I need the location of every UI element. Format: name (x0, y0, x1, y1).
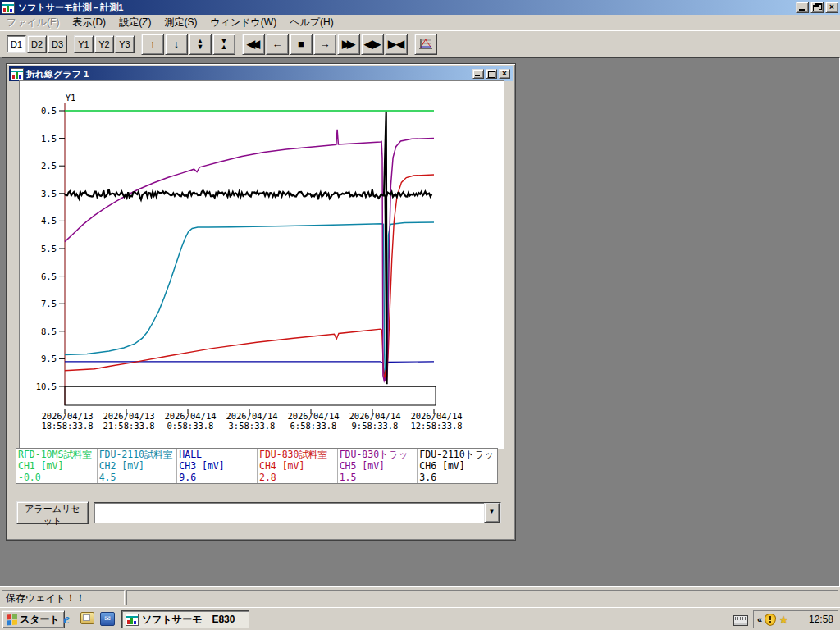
down-arrow-icon: ↓ (174, 38, 180, 50)
d3-button[interactable]: D3 (48, 35, 67, 53)
up-arrow-icon: ↑ (150, 38, 156, 50)
svg-text:21:58:33.8: 21:58:33.8 (103, 421, 154, 431)
channel-legend: RFD-10MS試料室 CH1 [mV] -0.0 FDU-2110試料室 CH… (16, 448, 498, 484)
step-right-button[interactable]: → (313, 34, 336, 55)
menu-settings[interactable]: 設定(Z) (112, 15, 158, 30)
svg-text:5.5: 5.5 (41, 244, 57, 253)
channel-value: 2.8 (259, 472, 336, 483)
svg-text:0.5: 0.5 (41, 106, 57, 116)
expand-horizontal-button[interactable]: ◀▶ (361, 34, 384, 55)
graph-maximize-button[interactable] (486, 69, 497, 79)
legend-cell-ch1: RFD-10MS試料室 CH1 [mV] -0.0 (16, 449, 97, 483)
shrink-horizontal-button[interactable]: ▶◀ (385, 34, 408, 55)
window-title: ソフトサーモ計測－計測1 (18, 2, 123, 14)
svg-text:18:58:33.8: 18:58:33.8 (41, 421, 93, 431)
legend-cell-ch3: HALL CH3 [mV] 9.6 (176, 449, 257, 483)
graph-window-icon (11, 68, 24, 80)
toolbar: D1 D2 D3 Y1 Y2 Y3 ↑ ↓ ▲▼ ▼▲ ◀◀ ← ■ → ▶▶ … (0, 30, 840, 57)
graph-close-button[interactable]: × (499, 69, 510, 79)
minimize-button[interactable] (796, 2, 809, 13)
security-shield-icon[interactable] (765, 614, 776, 626)
svg-text:3:58:33.8: 3:58:33.8 (229, 421, 276, 431)
graph-settings-button[interactable] (414, 34, 437, 55)
channel-label: CH3 [mV] (179, 460, 255, 472)
task-button-softthermo[interactable]: ソフトサーモ E830 (121, 610, 249, 628)
taskbar: スタート e ✉ ソフトサーモ E830 « ★ 12:58 (0, 607, 840, 630)
triangles-out-icon: ◀▶ (364, 38, 381, 50)
start-button[interactable]: スタート (2, 610, 65, 628)
svg-text:2.5: 2.5 (41, 161, 57, 171)
svg-text:6:58:33.8: 6:58:33.8 (290, 421, 337, 431)
d2-button[interactable]: D2 (27, 35, 47, 53)
menu-window[interactable]: ウィンドウ(W) (203, 15, 283, 30)
mdi-area: 折れ線グラフ 1 × 0.51.52.53.54.55.56.57.58.59.… (2, 57, 840, 587)
svg-text:9:58:33.8: 9:58:33.8 (352, 421, 399, 431)
channel-name: FDU-2110トラッ (419, 449, 495, 460)
channel-label: CH5 [mV] (340, 460, 416, 472)
svg-text:2026/04/14: 2026/04/14 (287, 411, 339, 421)
y1-button[interactable]: Y1 (74, 35, 94, 53)
graph-minimize-button[interactable] (472, 69, 484, 79)
stop-button[interactable]: ■ (290, 34, 313, 55)
close-button[interactable]: × (825, 2, 838, 13)
svg-text:2026/04/14: 2026/04/14 (349, 411, 400, 421)
alarm-combobox[interactable]: ▼ (94, 502, 501, 523)
svg-text:2026/04/14: 2026/04/14 (410, 411, 462, 421)
channel-name: FDU-2110試料室 (99, 449, 176, 460)
channel-name: HALL (179, 449, 255, 460)
show-desktop-icon[interactable] (80, 612, 94, 627)
legend-cell-ch6: FDU-2110トラッ CH6 [mV] 3.6 (417, 449, 497, 483)
svg-text:4.5: 4.5 (41, 216, 57, 226)
graph-window-title: 折れ線グラフ 1 (26, 68, 89, 80)
legend-cell-ch4: FDU-830試料室 CH4 [mV] 2.8 (257, 449, 337, 483)
channel-value: 3.6 (419, 472, 495, 483)
menu-file[interactable]: ファイル(F) (0, 15, 66, 30)
svg-text:8.5: 8.5 (41, 326, 57, 336)
svg-text:1.5: 1.5 (41, 134, 57, 144)
internet-explorer-icon[interactable]: e (59, 612, 74, 627)
keyboard-layout-icon[interactable] (733, 615, 748, 626)
svg-text:2026/04/13: 2026/04/13 (41, 411, 93, 421)
shrink-vertical-button[interactable]: ▼▲ (212, 34, 235, 55)
y3-button[interactable]: Y3 (115, 35, 135, 53)
svg-text:Y1: Y1 (66, 93, 76, 103)
svg-text:3.5: 3.5 (41, 189, 57, 199)
menu-help[interactable]: ヘルプ(H) (283, 15, 340, 30)
status-bar: 保存ウェイト！！ (0, 586, 840, 608)
app-icon (2, 2, 15, 14)
channel-name: FDU-830試料室 (259, 449, 336, 460)
channel-value: 4.5 (99, 472, 176, 483)
chevron-down-icon[interactable]: ▼ (484, 503, 500, 523)
main-titlebar: ソフトサーモ計測－計測1 × (0, 0, 840, 15)
expand-vertical-button[interactable]: ▲▼ (189, 34, 212, 55)
tray-chevron-icon[interactable]: « (757, 614, 762, 624)
status-message: 保存ウェイト！！ (2, 590, 125, 605)
fast-forward-button[interactable]: ▶▶ (337, 34, 360, 55)
channel-label: CH2 [mV] (99, 460, 176, 472)
windows-logo-icon (7, 614, 17, 625)
restore-button[interactable] (810, 2, 824, 13)
svg-text:10.5: 10.5 (36, 381, 57, 391)
desktop: ソフトサーモ計測－計測1 × ファイル(F) 表示(D) 設定(Z) 測定(S)… (0, 0, 840, 630)
alarm-reset-button[interactable]: アラームリセット (16, 501, 89, 524)
menu-view[interactable]: 表示(D) (66, 15, 112, 30)
line-chart: 0.51.52.53.54.55.56.57.58.59.510.5Y12026… (20, 81, 502, 446)
scroll-up-button[interactable]: ↑ (141, 34, 164, 55)
svg-text:2026/04/14: 2026/04/14 (164, 411, 216, 421)
graph-window: 折れ線グラフ 1 × 0.51.52.53.54.55.56.57.58.59.… (6, 63, 516, 541)
channel-label: CH1 [mV] (18, 460, 95, 472)
scroll-down-button[interactable]: ↓ (165, 34, 188, 55)
triangle-down-icon: ▼ (197, 44, 204, 50)
y2-button[interactable]: Y2 (94, 35, 114, 53)
step-left-button[interactable]: ← (266, 34, 289, 55)
channel-name: RFD-10MS試料室 (18, 449, 95, 460)
svg-text:12:58:33.8: 12:58:33.8 (410, 421, 462, 431)
star-icon[interactable]: ★ (778, 614, 788, 625)
d1-button[interactable]: D1 (7, 35, 26, 53)
menu-measure[interactable]: 測定(S) (158, 15, 203, 30)
double-left-icon: ◀◀ (247, 38, 257, 50)
legend-cell-ch5: FDU-830トラッ CH5 [mV] 1.5 (337, 449, 418, 483)
fast-rewind-button[interactable]: ◀◀ (242, 34, 265, 55)
channel-label: CH6 [mV] (419, 460, 495, 472)
mail-icon[interactable]: ✉ (100, 612, 115, 627)
